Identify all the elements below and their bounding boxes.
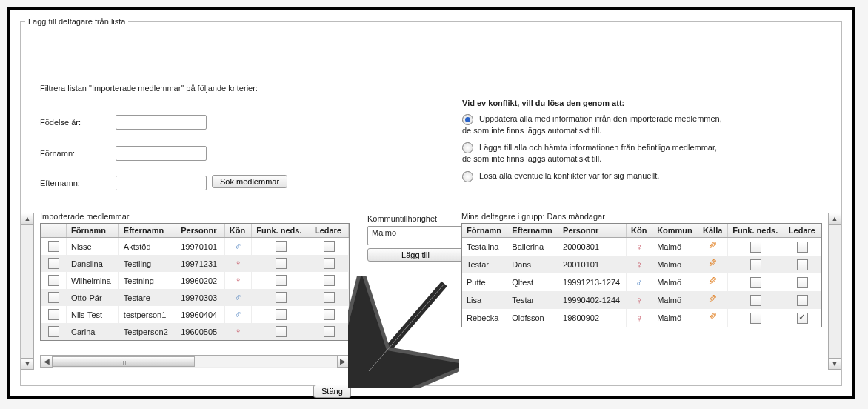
checkbox[interactable]	[797, 242, 808, 253]
group-col-kommun[interactable]: Kommun	[652, 224, 698, 238]
right-list-scrollbar[interactable]: ▲ ▼	[828, 213, 841, 370]
group-col-personnr[interactable]: Personnr	[558, 224, 627, 238]
arrow-annotation-icon	[348, 276, 459, 388]
scroll-right-icon[interactable]: ▶	[337, 356, 349, 368]
scroll-up-icon[interactable]: ▲	[21, 213, 33, 225]
checkbox[interactable]	[324, 309, 335, 320]
group-col-firstname[interactable]: Förnamn	[462, 224, 507, 238]
imported-col-firstname[interactable]: Förnamn	[67, 224, 119, 238]
checkbox[interactable]	[276, 241, 287, 252]
checkbox[interactable]	[750, 313, 761, 324]
imported-col-personnr[interactable]: Personnr	[176, 224, 225, 238]
checkbox[interactable]	[48, 241, 59, 252]
scroll-up-icon[interactable]: ▲	[829, 213, 841, 225]
group-col-leader[interactable]: Ledare	[784, 224, 821, 238]
cell-personnr: 19800902	[558, 309, 627, 327]
cell-lastname: Testning	[118, 272, 176, 289]
checkbox[interactable]	[797, 295, 808, 306]
checkbox[interactable]	[276, 275, 287, 286]
cell-firstname: Nisse	[67, 238, 119, 256]
conflict-option2-radio[interactable]	[462, 142, 473, 153]
checkbox[interactable]	[48, 309, 59, 320]
imported-hscrollbar[interactable]: ◀ III ▶	[40, 355, 350, 368]
table-row[interactable]: RebeckaOlofsson19800902♀Malmö	[462, 309, 821, 327]
table-row[interactable]: WilhelminaTestning19960202♀	[41, 272, 349, 289]
table-row[interactable]: DanslinaTestling19971231♀	[41, 255, 349, 272]
svg-line-0	[369, 284, 444, 371]
left-list-scrollbar[interactable]: ▲ ▼	[21, 213, 34, 370]
scroll-down-icon[interactable]: ▼	[21, 358, 33, 369]
checkbox[interactable]	[324, 292, 335, 303]
table-row[interactable]: NisseAktstöd19970101♂	[41, 238, 349, 256]
cell-firstname: Wilhelmina	[67, 272, 119, 289]
scroll-left-icon[interactable]: ◀	[41, 356, 53, 368]
checkbox[interactable]	[48, 275, 59, 286]
imported-col-select[interactable]	[41, 224, 67, 238]
first-name-input[interactable]	[116, 146, 207, 161]
checkbox[interactable]	[276, 292, 287, 303]
cell-firstname: Carina	[67, 323, 119, 340]
main-fieldset: Lägg till deltagare från lista Filtrera …	[20, 17, 842, 386]
checkbox[interactable]	[797, 277, 808, 288]
group-col-source[interactable]: Källa	[698, 224, 728, 238]
pencil-icon[interactable]	[708, 259, 718, 269]
birth-year-label: Födelse år:	[40, 118, 81, 127]
conflict-resolution-block: Vid ev konflikt, vill du lösa den genom …	[462, 99, 825, 188]
checkbox[interactable]	[750, 242, 761, 253]
checkbox[interactable]	[48, 326, 59, 337]
checkbox[interactable]	[324, 241, 335, 252]
checkbox[interactable]	[750, 277, 761, 288]
imported-col-lastname[interactable]: Efternamn	[118, 224, 176, 238]
cell-personnr: 19960404	[176, 306, 225, 323]
table-row[interactable]: Otto-PärTestare19970303♂	[41, 289, 349, 306]
imported-col-funk[interactable]: Funk. neds.	[252, 224, 310, 238]
checkbox[interactable]	[324, 326, 335, 337]
table-row[interactable]: TestarDans20010101♀Malmö	[462, 256, 821, 273]
checkbox[interactable]	[276, 309, 287, 320]
cell-firstname: Putte	[462, 273, 507, 291]
checkbox[interactable]	[797, 313, 808, 324]
checkbox[interactable]	[750, 259, 761, 270]
municipality-label: Kommuntillhörighet	[367, 214, 437, 223]
checkbox[interactable]	[324, 258, 335, 269]
female-icon: ♀	[635, 295, 643, 306]
checkbox[interactable]	[276, 258, 287, 269]
checkbox[interactable]	[48, 258, 59, 269]
conflict-option1-radio[interactable]	[462, 114, 473, 125]
table-row[interactable]: CarinaTestperson219600505♀	[41, 323, 349, 340]
birth-year-input[interactable]	[116, 115, 207, 130]
last-name-input[interactable]	[116, 176, 207, 190]
conflict-option3-radio[interactable]	[462, 171, 473, 182]
group-col-gender[interactable]: Kön	[627, 224, 652, 238]
cell-personnr: 20010101	[558, 256, 627, 273]
add-button[interactable]: Lägg till	[367, 248, 464, 262]
cell-firstname: Lisa	[462, 291, 507, 309]
scroll-down-icon[interactable]: ▼	[829, 358, 841, 369]
cell-lastname: Aktstöd	[118, 238, 176, 256]
checkbox[interactable]	[797, 259, 808, 270]
table-row[interactable]: TestalinaBallerina20000301♀Malmö	[462, 238, 821, 256]
search-members-button[interactable]: Sök medlemmar	[212, 175, 287, 188]
cell-firstname: Danslina	[67, 255, 119, 272]
imported-col-leader[interactable]: Ledare	[310, 224, 348, 238]
checkbox[interactable]	[48, 292, 59, 303]
checkbox[interactable]	[324, 275, 335, 286]
table-row[interactable]: LisaTestar19990402-1244♀Malmö	[462, 291, 821, 309]
group-col-funk[interactable]: Funk. neds.	[728, 224, 784, 238]
checkbox[interactable]	[750, 295, 761, 306]
table-row[interactable]: Nils-Testtestperson119960404♂	[41, 306, 349, 323]
checkbox[interactable]	[276, 326, 287, 337]
cell-personnr: 20000301	[558, 238, 627, 256]
female-icon: ♀	[635, 313, 643, 324]
conflict-option2-text-a: Lägga till alla och hämta informationen …	[479, 143, 717, 152]
close-button[interactable]: Stäng	[313, 385, 351, 398]
pencil-icon[interactable]	[708, 294, 718, 305]
pencil-icon[interactable]	[708, 312, 718, 322]
table-row[interactable]: PutteQltest19991213-1274♂Malmö	[462, 273, 821, 291]
pencil-icon[interactable]	[708, 276, 718, 287]
pencil-icon[interactable]	[708, 241, 718, 251]
conflict-option2-text-b: de som inte finns läggs automatiskt till…	[462, 153, 825, 164]
imported-col-gender[interactable]: Kön	[224, 224, 251, 238]
male-icon: ♂	[235, 292, 242, 303]
group-col-lastname[interactable]: Efternamn	[507, 224, 558, 238]
